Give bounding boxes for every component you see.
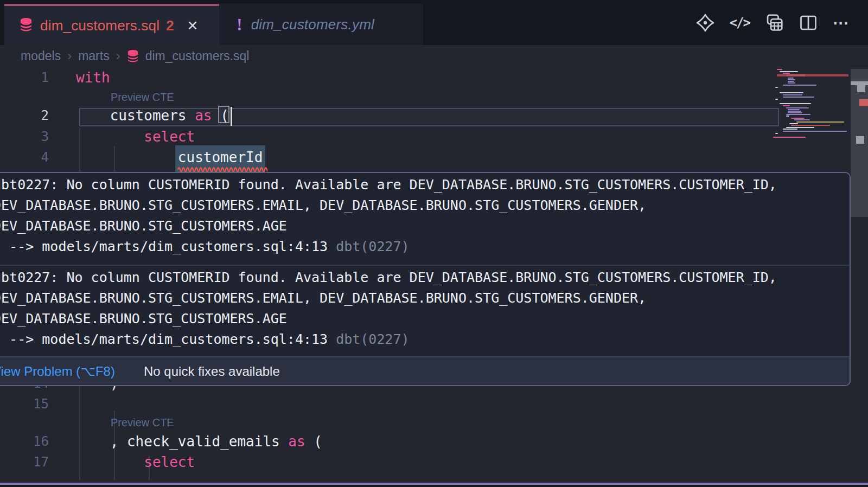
minimap-code-line	[788, 111, 801, 112]
code-line-2[interactable]: 2 customers as (	[0, 105, 846, 126]
minimap-code-line	[783, 97, 814, 98]
warning-icon: !	[237, 15, 242, 35]
minimap-code-line	[775, 87, 778, 88]
minimap-code-line	[780, 71, 798, 72]
minimap-code-line	[791, 118, 805, 119]
overview-error-mark	[859, 99, 868, 106]
breadcrumb-models[interactable]: models	[21, 49, 61, 63]
open-compiled-code-icon[interactable]: </>	[730, 15, 750, 30]
minimap-code-line	[775, 133, 778, 134]
code-line-17[interactable]: 17 select	[0, 452, 846, 472]
line-number: 4	[0, 147, 49, 168]
diagnostic-message-line: dbt0227: No column CUSTOMERID found. Ava…	[0, 175, 777, 195]
minimap-code-line	[788, 82, 795, 84]
overview-cursor-mark	[857, 85, 865, 92]
minimap-code-line	[783, 94, 802, 95]
code-text: select	[76, 452, 195, 472]
code-line-3[interactable]: 3 select	[0, 126, 846, 147]
minimap-code-line	[796, 121, 844, 123]
minimap-code-line	[783, 85, 816, 86]
minimap-code-line	[783, 73, 790, 74]
minimap-code-line	[783, 105, 790, 106]
text-cursor	[231, 107, 232, 126]
code-line-4[interactable]: 4 customerId	[0, 147, 846, 168]
diagnostic-message-line: DEV_DATABASE.BRUNO.STG_CUSTOMERS.AGE	[0, 309, 287, 329]
chevron-right-icon: ›	[67, 48, 72, 63]
minimap-code-line	[783, 131, 847, 132]
line-number: 17	[0, 452, 49, 472]
close-icon[interactable]: ✕	[187, 18, 199, 34]
overview-cursor-mark	[856, 136, 864, 144]
diagnostic-message-line: DEV_DATABASE.BRUNO.STG_CUSTOMERS.EMAIL, …	[0, 288, 646, 309]
minimap-code-line	[783, 129, 797, 130]
error-token-customerid: customerId	[178, 149, 263, 165]
minimap-code-line	[788, 109, 800, 110]
editor-actions: </> ⋯	[695, 0, 850, 45]
no-quick-fixes-text: No quick fixes available	[144, 364, 280, 379]
code-text: , check_valid_emails as (	[76, 431, 322, 452]
line-number: 2	[0, 105, 49, 126]
breadcrumb: models › marts › dim_customers.sql	[21, 45, 249, 67]
minimap-code-line	[775, 99, 778, 100]
database-icon	[127, 49, 139, 63]
popup-status-bar: View Problem (⌥F8) No quick fixes availa…	[0, 356, 851, 385]
tab-bar: dim_customers.sql 2 ✕ ! dim_customers.ym…	[0, 0, 868, 45]
minimap-code-line	[788, 81, 794, 82]
dbt-icon[interactable]	[695, 13, 715, 33]
minimap-code-line	[786, 114, 810, 115]
breadcrumb-marts[interactable]: marts	[78, 49, 110, 63]
diagnostic-message-line: dbt0227: No column CUSTOMERID found. Ava…	[0, 267, 777, 288]
editor-window: dim_customers.sql 2 ✕ ! dim_customers.ym…	[0, 0, 868, 487]
minimap-code-line	[780, 92, 803, 93]
line-number: 15	[0, 394, 49, 414]
code-line-16[interactable]: 16 , check_valid_emails as (	[0, 431, 846, 452]
minimap-code-line	[788, 112, 802, 113]
minimap-code-line	[780, 103, 811, 104]
minimap-code-line	[786, 116, 789, 117]
breadcrumb-file[interactable]: dim_customers.sql	[145, 49, 250, 63]
code-text: customerId	[76, 147, 263, 168]
codelens-preview-cte[interactable]: Preview CTE	[111, 416, 174, 429]
minimap-code-line	[786, 107, 809, 108]
view-problem-link[interactable]: View Problem (⌥F8)	[0, 364, 115, 379]
minimap-code-line	[788, 78, 794, 79]
error-squiggle	[177, 165, 267, 172]
tab-dim-customers-sql[interactable]: dim_customers.sql 2 ✕	[4, 4, 219, 45]
diagnostic-location: --> models/marts/dim_customers.sql:4:13 …	[0, 329, 410, 350]
minimap-code-line	[791, 125, 830, 126]
minimap-code-line	[789, 123, 798, 124]
overview-cursor-mark	[851, 81, 868, 85]
line-number: 3	[0, 126, 49, 147]
diagnostic-message-line: DEV_DATABASE.BRUNO.STG_CUSTOMERS.EMAIL, …	[0, 195, 646, 216]
diagnostic-message-line: DEV_DATABASE.BRUNO.STG_CUSTOMERS.AGE	[0, 216, 287, 236]
code-line-15[interactable]: 15	[0, 394, 846, 414]
code-line-1[interactable]: 1with	[0, 67, 846, 88]
diagnostic-source-code: dbt(0227)	[328, 331, 410, 347]
line-number: 1	[0, 67, 49, 88]
minimap-code-line	[788, 79, 795, 80]
more-actions-icon[interactable]: ⋯	[833, 13, 850, 32]
minimap-error-line	[787, 74, 805, 76]
tab-label: dim_customers.sql	[40, 17, 159, 34]
minimap-code-line	[773, 137, 806, 138]
diagnostic-source-code: dbt(0227)	[328, 239, 410, 254]
database-icon	[20, 17, 33, 34]
tab-label: dim_customers.yml	[251, 16, 374, 33]
tab-dim-customers-yml[interactable]: ! dim_customers.yml	[219, 4, 423, 45]
line-number: 16	[0, 431, 49, 452]
diagnostic-location: --> models/marts/dim_customers.sql:4:13 …	[0, 236, 410, 257]
tab-problem-badge: 2	[166, 17, 174, 34]
split-editor-icon[interactable]	[799, 13, 818, 33]
minimap-code-line	[794, 119, 810, 120]
code-text: with	[76, 67, 110, 88]
panel-edge	[0, 485, 868, 487]
code-text: customers as (	[76, 105, 229, 126]
chevron-right-icon: ›	[116, 48, 120, 63]
codelens-preview-cte[interactable]: Preview CTE	[111, 91, 174, 104]
code-text: select	[76, 126, 195, 147]
divider	[0, 265, 851, 266]
diagnostics-hover-popup: dbt0227: No column CUSTOMERID found. Ava…	[0, 172, 851, 386]
minimap-code-line	[786, 127, 814, 128]
minimap-code-line	[777, 69, 782, 70]
query-results-icon[interactable]	[764, 13, 784, 33]
